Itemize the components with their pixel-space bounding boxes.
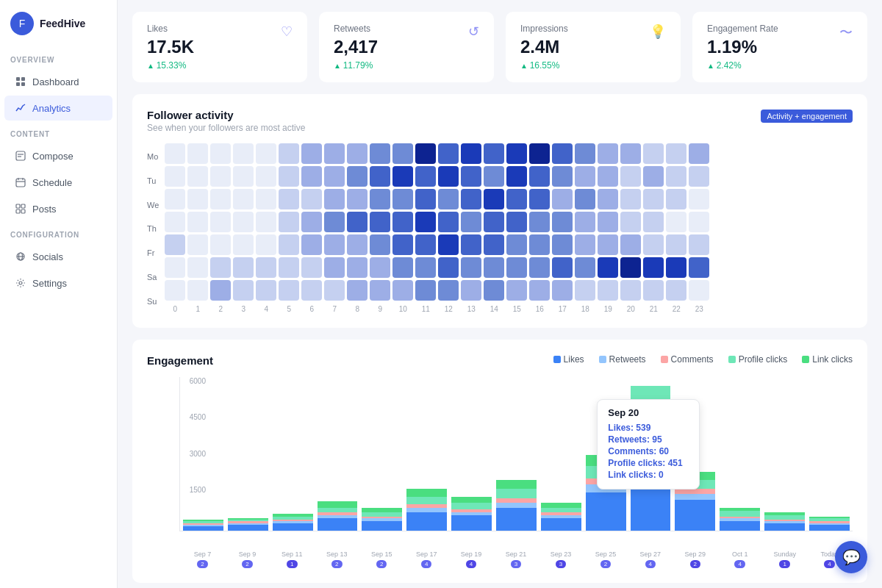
- heatmap-cell[interactable]: [165, 189, 185, 209]
- heatmap-cell[interactable]: [689, 143, 709, 164]
- heatmap-cell[interactable]: [643, 280, 664, 301]
- heatmap-cell[interactable]: [552, 166, 573, 187]
- heatmap-cell[interactable]: [598, 280, 618, 301]
- heatmap-cell[interactable]: [187, 143, 208, 164]
- heatmap-cell[interactable]: [643, 257, 664, 278]
- heatmap-cell[interactable]: [301, 189, 322, 209]
- heatmap-cell[interactable]: [256, 189, 276, 209]
- heatmap-cell[interactable]: [233, 143, 254, 164]
- heatmap-cell[interactable]: [461, 189, 481, 209]
- heatmap-cell[interactable]: [598, 143, 618, 164]
- heatmap-cell[interactable]: [210, 212, 231, 232]
- heatmap-cell[interactable]: [506, 280, 527, 301]
- heatmap-cell[interactable]: [529, 143, 550, 164]
- heatmap-cell[interactable]: [256, 234, 276, 255]
- heatmap-cell[interactable]: [575, 212, 595, 232]
- bar-group[interactable]: [318, 501, 358, 531]
- bar-group[interactable]: [183, 520, 223, 531]
- heatmap-cell[interactable]: [256, 166, 276, 187]
- heatmap-cell[interactable]: [392, 143, 413, 164]
- heatmap-cell[interactable]: [187, 280, 208, 301]
- heatmap-cell[interactable]: [438, 189, 459, 209]
- heatmap-cell[interactable]: [279, 189, 299, 209]
- heatmap-cell[interactable]: [210, 166, 231, 187]
- heatmap-cell[interactable]: [210, 234, 231, 255]
- heatmap-cell[interactable]: [689, 234, 709, 255]
- heatmap-cell[interactable]: [165, 280, 185, 301]
- heatmap-cell[interactable]: [689, 212, 709, 232]
- heatmap-cell[interactable]: [415, 234, 436, 255]
- heatmap-cell[interactable]: [392, 166, 413, 187]
- heatmap-cell[interactable]: [392, 212, 413, 232]
- heatmap-cell[interactable]: [575, 166, 595, 187]
- heatmap-cell[interactable]: [552, 257, 573, 278]
- heatmap-cell[interactable]: [415, 280, 436, 301]
- heatmap-cell[interactable]: [689, 257, 709, 278]
- heatmap-cell[interactable]: [347, 257, 368, 278]
- bar-group[interactable]: [451, 497, 492, 531]
- heatmap-cell[interactable]: [529, 166, 550, 187]
- heatmap-cell[interactable]: [370, 257, 390, 278]
- sidebar-item-socials[interactable]: Socials: [4, 244, 112, 269]
- heatmap-cell[interactable]: [279, 257, 299, 278]
- heatmap-cell[interactable]: [438, 257, 459, 278]
- heatmap-cell[interactable]: [484, 143, 504, 164]
- heatmap-cell[interactable]: [598, 189, 618, 209]
- heatmap-cell[interactable]: [279, 166, 299, 187]
- heatmap-cell[interactable]: [210, 257, 231, 278]
- heatmap-cell[interactable]: [666, 166, 686, 187]
- heatmap-cell[interactable]: [301, 234, 322, 255]
- heatmap-cell[interactable]: [484, 257, 504, 278]
- heatmap-cell[interactable]: [415, 189, 436, 209]
- heatmap-cell[interactable]: [415, 257, 436, 278]
- heatmap-cell[interactable]: [301, 166, 322, 187]
- heatmap-cell[interactable]: [575, 234, 595, 255]
- heatmap-cell[interactable]: [370, 143, 390, 164]
- heatmap-cell[interactable]: [165, 143, 185, 164]
- sidebar-item-dashboard[interactable]: Dashboard: [4, 69, 112, 94]
- heatmap-cell[interactable]: [620, 143, 641, 164]
- heatmap-cell[interactable]: [529, 280, 550, 301]
- heatmap-cell[interactable]: [620, 257, 641, 278]
- bar-group[interactable]: [720, 508, 760, 531]
- heatmap-cell[interactable]: [347, 234, 368, 255]
- heatmap-cell[interactable]: [187, 257, 208, 278]
- heatmap-cell[interactable]: [643, 166, 664, 187]
- heatmap-cell[interactable]: [438, 280, 459, 301]
- heatmap-cell[interactable]: [484, 280, 504, 301]
- heatmap-cell[interactable]: [552, 189, 573, 209]
- heatmap-cell[interactable]: [598, 166, 618, 187]
- bar-group[interactable]: [362, 508, 402, 531]
- heatmap-cell[interactable]: [324, 189, 345, 209]
- heatmap-cell[interactable]: [415, 166, 436, 187]
- bar-group[interactable]: [406, 489, 447, 531]
- sidebar-item-analytics[interactable]: Analytics: [4, 96, 112, 121]
- heatmap-cell[interactable]: [529, 257, 550, 278]
- heatmap-cell[interactable]: [484, 166, 504, 187]
- heatmap-cell[interactable]: [552, 234, 573, 255]
- heatmap-cell[interactable]: [506, 212, 527, 232]
- heatmap-cell[interactable]: [438, 143, 459, 164]
- heatmap-cell[interactable]: [643, 212, 664, 232]
- heatmap-cell[interactable]: [575, 257, 595, 278]
- sidebar-item-settings[interactable]: Settings: [4, 270, 112, 295]
- bar-group[interactable]: [273, 514, 313, 531]
- heatmap-cell[interactable]: [484, 212, 504, 232]
- heatmap-cell[interactable]: [689, 280, 709, 301]
- heatmap-cell[interactable]: [347, 166, 368, 187]
- heatmap-cell[interactable]: [620, 280, 641, 301]
- heatmap-cell[interactable]: [461, 234, 481, 255]
- heatmap-cell[interactable]: [187, 234, 208, 255]
- heatmap-cell[interactable]: [324, 257, 345, 278]
- heatmap-cell[interactable]: [484, 234, 504, 255]
- heatmap-cell[interactable]: [552, 280, 573, 301]
- heatmap-cell[interactable]: [415, 143, 436, 164]
- heatmap-cell[interactable]: [529, 212, 550, 232]
- heatmap-cell[interactable]: [392, 189, 413, 209]
- sidebar-item-schedule[interactable]: Schedule: [4, 170, 112, 195]
- heatmap-cell[interactable]: [165, 166, 185, 187]
- heatmap-cell[interactable]: [279, 212, 299, 232]
- heatmap-cell[interactable]: [233, 280, 254, 301]
- heatmap-cell[interactable]: [575, 189, 595, 209]
- heatmap-cell[interactable]: [279, 280, 299, 301]
